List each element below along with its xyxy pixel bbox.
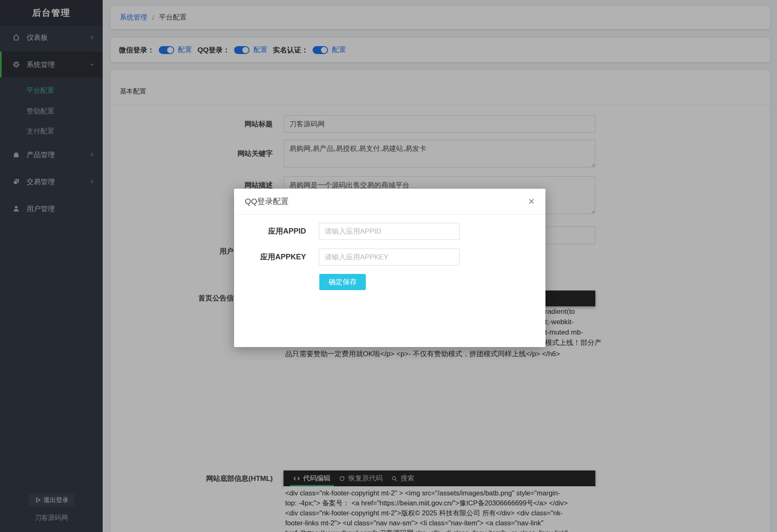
appkey-label: 应用APPKEY <box>234 249 306 266</box>
confirm-save-button[interactable]: 确定保存 <box>319 274 366 290</box>
qq-login-config-modal: QQ登录配置 × 应用APPID 应用APPKEY 确定保存 <box>234 189 545 347</box>
close-icon[interactable]: × <box>526 189 537 214</box>
appid-row: 应用APPID <box>234 223 545 240</box>
appkey-row: 应用APPKEY <box>234 249 545 266</box>
appid-input[interactable] <box>319 223 460 240</box>
appkey-input[interactable] <box>319 249 460 266</box>
admin-page: 后台管理 仪表板 系统管理 平台配置 赞助配置 支付配置 产品管理 交易管理 用… <box>0 0 777 532</box>
modal-title: QQ登录配置 <box>245 189 289 214</box>
modal-header: QQ登录配置 × <box>234 189 545 214</box>
appid-label: 应用APPID <box>234 223 306 240</box>
